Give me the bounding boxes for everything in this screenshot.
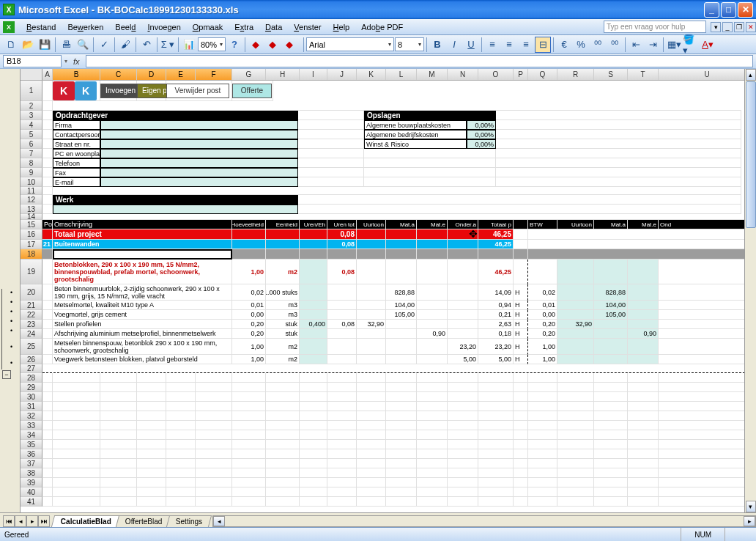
col-f[interactable]: F (196, 69, 232, 80)
col-n[interactable]: N (448, 69, 478, 80)
tab-calculatieblad[interactable]: CalculatieBlad (51, 515, 121, 527)
bold-icon[interactable]: B (429, 37, 445, 53)
row-header-5[interactable]: 5 (21, 130, 42, 139)
opslag-val-1[interactable]: 0,00% (467, 130, 496, 139)
col-i[interactable]: I (300, 69, 327, 80)
row-header-8[interactable]: 8 (21, 158, 42, 168)
fill-color-icon[interactable]: 🪣▾ (683, 37, 699, 53)
scroll-thumb[interactable] (746, 81, 756, 228)
row-header-9[interactable]: 9 (21, 168, 42, 177)
close-button[interactable]: ✕ (738, 2, 753, 18)
row-header-38[interactable]: 38 (21, 468, 42, 478)
col-t[interactable]: T (628, 69, 659, 80)
opdr-val-1[interactable] (100, 130, 298, 139)
minimize-button[interactable]: _ (704, 2, 719, 18)
spell-icon[interactable]: ✓ (96, 37, 112, 53)
percent-icon[interactable]: % (573, 37, 589, 53)
row-header-17[interactable]: 17 (21, 240, 42, 249)
sum-icon[interactable]: Σ ▾ (160, 37, 176, 53)
row-header-32[interactable]: 32 (21, 411, 42, 421)
indent-dec-icon[interactable]: ⇤ (628, 37, 644, 53)
currency-icon[interactable]: € (556, 37, 572, 53)
hscroll-left-button[interactable]: ◂ (213, 516, 225, 526)
item-red-desc[interactable]: Betonblokken, 290 x 100 x 190 mm, 15 N/m… (53, 260, 232, 284)
row-header-26[interactable]: 26 (21, 355, 42, 364)
row-header-4[interactable]: 4 (21, 120, 42, 130)
row-header-3[interactable]: 3 (21, 111, 42, 120)
tab-first-button[interactable]: ⏮ (3, 515, 15, 527)
menu-data[interactable]: Data (259, 21, 288, 34)
font-size-dropdown[interactable]: 8▾ (395, 37, 424, 51)
col-m[interactable]: M (417, 69, 448, 80)
tab-offerteblad[interactable]: OfferteBlad (116, 515, 172, 527)
col-h[interactable]: H (266, 69, 300, 80)
row-header-33[interactable]: 33 (21, 421, 42, 430)
col-e[interactable]: E (166, 69, 196, 80)
col-c[interactable]: C (100, 69, 137, 80)
opdr-val-2[interactable] (100, 139, 298, 149)
decimal-inc-icon[interactable]: ⁰⁰ (590, 37, 606, 53)
open-icon[interactable]: 📂 (20, 37, 36, 53)
line-desc-5[interactable]: Metselen binnenspouw, betonblok 290 x 10… (53, 339, 232, 355)
format-painter-icon[interactable]: 🖌 (117, 37, 133, 53)
row-header-21[interactable]: 21 (21, 301, 42, 310)
row-num-header[interactable] (21, 69, 42, 80)
row-header-29[interactable]: 29 (21, 383, 42, 392)
help-dropdown[interactable]: ▾ (711, 22, 721, 32)
menu-help[interactable]: Help (327, 21, 356, 34)
doc-minimize[interactable]: _ (722, 22, 733, 32)
zoom-dropdown[interactable]: 80%▾ (198, 37, 226, 51)
col-j[interactable]: J (327, 69, 357, 80)
row-header-10[interactable]: 10 (21, 177, 42, 187)
hscroll-right-button[interactable]: ▸ (744, 516, 755, 526)
line-desc-0[interactable]: Beton binnenmuurblok, 2-zijdig schoonwer… (53, 284, 232, 301)
opdr-val-5[interactable] (100, 168, 298, 177)
logo-red-icon[interactable]: K (53, 81, 75, 100)
line-desc-2[interactable]: Voegmortel, grijs cement (53, 310, 232, 320)
preview-icon[interactable]: 🔍 (75, 37, 91, 53)
undo-icon[interactable]: ↶ (138, 37, 155, 53)
help-search-input[interactable]: Typ een vraag voor hulp (604, 21, 706, 33)
row-header-14[interactable]: 14 (21, 214, 42, 220)
outline-collapse-button[interactable]: − (2, 370, 11, 379)
row-header-12[interactable]: 12 (21, 195, 42, 205)
menu-invoegen[interactable]: Invoegen (141, 21, 186, 34)
col-s[interactable]: S (594, 69, 628, 80)
row-header-18[interactable]: 18 (21, 249, 42, 260)
col-d[interactable]: D (137, 69, 166, 80)
werk-val[interactable] (53, 205, 298, 214)
help-icon[interactable]: ? (226, 37, 242, 53)
line-desc-3[interactable]: Stellen profielen (53, 320, 232, 329)
row-header-39[interactable]: 39 (21, 478, 42, 487)
new-icon[interactable]: 🗋 (3, 37, 19, 53)
row-header-15[interactable]: 15 (21, 220, 42, 229)
row-header-25[interactable]: 25 (21, 339, 42, 355)
align-right-icon[interactable]: ≡ (518, 37, 534, 53)
col-g[interactable]: G (232, 69, 266, 80)
invoegen-button[interactable]: Invoegen (100, 84, 141, 98)
decimal-dec-icon[interactable]: ⁰⁰ (607, 37, 623, 53)
row-header-23[interactable]: 23 (21, 320, 42, 329)
opslag-val-0[interactable]: 0,00% (467, 120, 496, 130)
italic-icon[interactable]: I (446, 37, 462, 53)
row-header-35[interactable]: 35 (21, 440, 42, 449)
maximize-button[interactable]: □ (721, 2, 736, 18)
row-header-28[interactable]: 28 (21, 373, 42, 383)
row-header-27[interactable]: 27 (21, 364, 42, 373)
menu-venster[interactable]: Venster (288, 21, 327, 34)
logo-blue-icon[interactable]: K (75, 81, 97, 100)
align-center-icon[interactable]: ≡ (501, 37, 517, 53)
menu-extra[interactable]: Extra (229, 21, 259, 34)
opslag-val-2[interactable]: 0,00% (467, 139, 496, 149)
opdr-val-4[interactable] (100, 158, 298, 168)
font-color-icon[interactable]: A▾ (700, 37, 716, 53)
print-icon[interactable]: 🖶 (58, 37, 74, 53)
save-icon[interactable]: 💾 (37, 37, 53, 53)
row-header-22[interactable]: 22 (21, 310, 42, 320)
tab-last-button[interactable]: ⏭ (38, 515, 50, 527)
opdr-val-0[interactable] (100, 120, 298, 130)
fx-icon[interactable]: fx (70, 57, 83, 66)
row-header-16[interactable]: 16 (21, 229, 42, 240)
row-header-34[interactable]: 34 (21, 430, 42, 440)
scroll-down-button[interactable]: ▾ (746, 501, 756, 512)
